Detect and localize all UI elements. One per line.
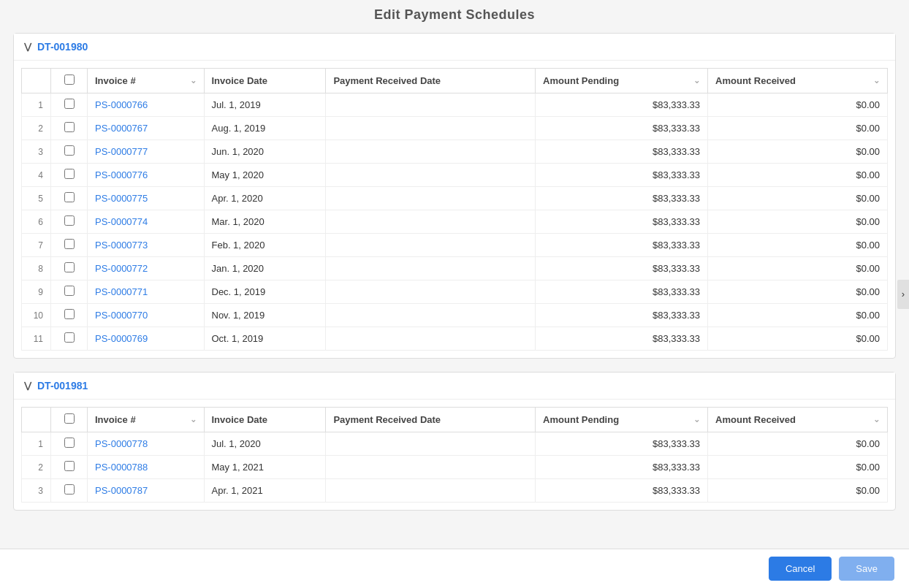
invoice-date: May 1, 2020 [204,164,326,187]
invoice-link[interactable]: PS-0000772 [88,257,205,280]
row-checkbox-cell[interactable] [51,304,88,327]
row-checkbox-cell[interactable] [51,280,88,304]
table-row: 9 PS-0000771 Dec. 1, 2019 $83,333.33 $0.… [22,280,888,304]
row-num: 6 [22,210,51,234]
payment-received-date [326,164,536,187]
payment-received-date [326,140,536,164]
amount-received: $0.00 [708,456,888,479]
row-checkbox[interactable] [64,484,75,495]
sort-icon-amount-received-2[interactable]: ⌄ [873,415,880,424]
invoice-link[interactable]: PS-0000777 [88,140,205,164]
invoice-date: Apr. 1, 2021 [204,479,326,503]
row-checkbox-cell[interactable] [51,117,88,140]
invoice-link[interactable]: PS-0000775 [88,187,205,210]
invoice-date: May 1, 2021 [204,456,326,479]
th-invoice-date-1: Invoice Date [204,69,326,93]
invoice-link[interactable]: PS-0000787 [88,479,205,503]
row-checkbox-cell[interactable] [51,93,88,117]
row-checkbox-cell[interactable] [51,164,88,187]
save-button[interactable]: Save [839,557,894,581]
row-checkbox-cell[interactable] [51,140,88,164]
table-scroll-2[interactable]: Invoice # ⌄ Invoice Date Payment Receive… [21,407,888,503]
row-checkbox[interactable] [64,461,75,471]
row-checkbox-cell[interactable] [51,479,88,503]
invoice-link[interactable]: PS-0000767 [88,117,205,140]
row-checkbox-cell[interactable] [51,210,88,234]
amount-pending: $83,333.33 [536,210,708,234]
th-checkbox-1 [51,69,88,93]
row-checkbox-cell[interactable] [51,456,88,479]
row-checkbox[interactable] [64,286,75,296]
invoice-link[interactable]: PS-0000776 [88,164,205,187]
row-checkbox[interactable] [64,145,75,156]
table-row: 2 PS-0000788 May 1, 2021 $83,333.33 $0.0… [22,456,888,479]
row-checkbox[interactable] [64,169,75,179]
cancel-button[interactable]: Cancel [769,557,832,581]
th-amount-pending-2: Amount Pending ⌄ [536,408,708,432]
invoice-link[interactable]: PS-0000778 [88,432,205,456]
table-scroll-1[interactable]: Invoice # ⌄ Invoice Date Payment Receive… [21,68,888,351]
table-row: 3 PS-0000787 Apr. 1, 2021 $83,333.33 $0.… [22,479,888,503]
sort-icon-amount-pending-1[interactable]: ⌄ [693,76,700,85]
row-checkbox[interactable] [64,215,75,226]
payment-received-date [326,479,536,503]
invoice-date: Nov. 1, 2019 [204,304,326,327]
row-checkbox-cell[interactable] [51,187,88,210]
table-row: 4 PS-0000776 May 1, 2020 $83,333.33 $0.0… [22,164,888,187]
invoice-link[interactable]: PS-0000769 [88,327,205,351]
invoice-date: Aug. 1, 2019 [204,117,326,140]
sort-icon-invoice-1[interactable]: ⌄ [190,76,197,85]
row-checkbox[interactable] [64,192,75,202]
section-header-dt-001981[interactable]: ⋁ DT-001981 [14,373,895,400]
sort-icon-invoice-2[interactable]: ⌄ [190,415,197,424]
row-num: 10 [22,304,51,327]
amount-pending: $83,333.33 [536,432,708,456]
row-checkbox-cell[interactable] [51,257,88,280]
right-panel-arrow[interactable]: › [897,280,909,309]
invoice-link[interactable]: PS-0000770 [88,304,205,327]
sort-icon-amount-pending-2[interactable]: ⌄ [693,415,700,424]
row-checkbox[interactable] [64,262,75,272]
section-label-dt-001981: DT-001981 [37,380,88,392]
page-title: Edit Payment Schedules [0,0,909,33]
row-num: 11 [22,327,51,351]
amount-received: $0.00 [708,280,888,304]
row-checkbox[interactable] [64,122,75,132]
table-container-2: Invoice # ⌄ Invoice Date Payment Receive… [14,400,895,510]
row-checkbox[interactable] [64,239,75,249]
payment-received-date [326,210,536,234]
row-num: 1 [22,93,51,117]
row-num: 5 [22,187,51,210]
th-invoice-2: Invoice # ⌄ [88,408,205,432]
row-checkbox[interactable] [64,309,75,319]
row-checkbox-cell[interactable] [51,432,88,456]
invoice-link[interactable]: PS-0000771 [88,280,205,304]
amount-received: $0.00 [708,187,888,210]
row-checkbox-cell[interactable] [51,327,88,351]
invoice-link[interactable]: PS-0000766 [88,93,205,117]
amount-pending: $83,333.33 [536,479,708,503]
select-all-checkbox-1[interactable] [64,75,75,85]
chevron-down-icon-2: ⋁ [24,381,31,391]
invoice-date: Jun. 1, 2020 [204,140,326,164]
invoice-link[interactable]: PS-0000774 [88,210,205,234]
row-checkbox[interactable] [64,332,75,343]
row-checkbox[interactable] [64,438,75,448]
invoice-link[interactable]: PS-0000788 [88,456,205,479]
row-num: 4 [22,164,51,187]
row-checkbox[interactable] [64,99,75,109]
row-checkbox-cell[interactable] [51,234,88,257]
th-num-1 [22,69,51,93]
amount-pending: $83,333.33 [536,234,708,257]
payment-received-date [326,456,536,479]
select-all-checkbox-2[interactable] [64,413,75,424]
section-header-dt-001980[interactable]: ⋁ DT-001980 [14,34,895,61]
amount-pending: $83,333.33 [536,456,708,479]
sort-icon-amount-received-1[interactable]: ⌄ [873,76,880,85]
invoice-link[interactable]: PS-0000773 [88,234,205,257]
payment-received-date [326,93,536,117]
table-row: 1 PS-0000778 Jul. 1, 2020 $83,333.33 $0.… [22,432,888,456]
invoice-date: Dec. 1, 2019 [204,280,326,304]
amount-received: $0.00 [708,93,888,117]
amount-pending: $83,333.33 [536,140,708,164]
